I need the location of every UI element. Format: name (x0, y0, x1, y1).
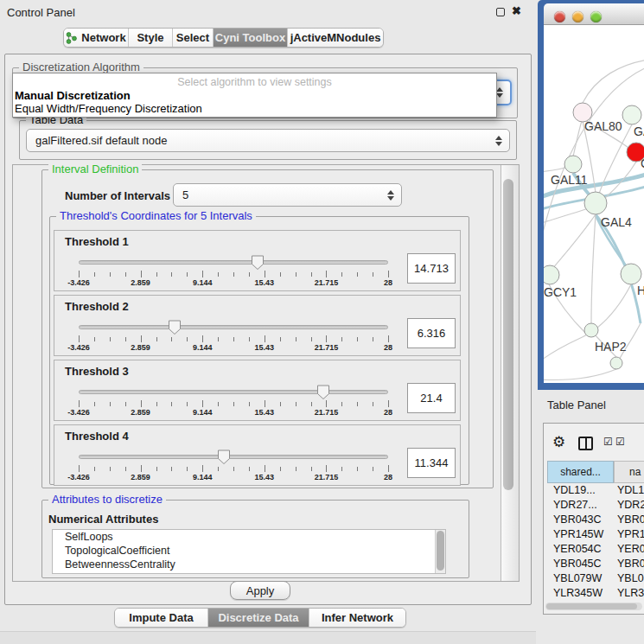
checkbox-icon[interactable]: ☑ (603, 436, 613, 448)
table-row[interactable]: YBR043CYBR0 (547, 513, 644, 528)
minor-tick (296, 272, 296, 277)
table-row[interactable]: YDR27...YDR2 (547, 499, 644, 513)
slider-thumb[interactable] (251, 255, 265, 274)
number-of-intervals-combobox[interactable]: 5 (173, 183, 402, 207)
table-data-combobox[interactable]: galFiltered.sif default node (26, 129, 510, 152)
tab-impute-data[interactable]: Impute Data (115, 609, 208, 627)
slider-track[interactable] (79, 325, 388, 329)
float-window-icon[interactable] (496, 8, 505, 16)
minor-tick (125, 467, 126, 471)
tick-label: 15.43 (245, 278, 284, 287)
column-header-name[interactable]: na (614, 461, 644, 483)
combo-stepper-icon (492, 136, 506, 146)
tick-label: 28 (369, 343, 407, 352)
major-tick (265, 335, 265, 342)
table-row[interactable]: YPR145WYPR1 (547, 528, 644, 543)
tab-jactivemnodules[interactable]: jActiveMNodules (288, 29, 383, 47)
major-tick (326, 271, 327, 277)
minor-tick (311, 467, 312, 471)
tab-discretize-data-label: Discretize Data (218, 611, 298, 624)
network-node[interactable] (584, 323, 598, 337)
network-node[interactable] (584, 192, 607, 214)
major-tick (388, 400, 389, 407)
tick-label: 9.144 (183, 408, 221, 417)
checkbox-icon[interactable]: ☑ (615, 436, 625, 448)
slider-track[interactable] (79, 260, 388, 265)
minor-tick (110, 402, 111, 406)
tick-label: 28 (369, 473, 407, 481)
menu-item-manual-discretization[interactable]: Manual Discretization (15, 89, 131, 102)
list-item[interactable]: TopologicalCoefficient (53, 544, 445, 558)
table-row[interactable]: YBR045CYBR0 (547, 558, 644, 572)
network-node[interactable] (622, 105, 641, 124)
network-edge[interactable] (549, 214, 596, 273)
table-row[interactable]: YLR345WYLR3 (547, 587, 644, 602)
minor-tick (280, 467, 281, 471)
tab-discretize-data[interactable]: Discretize Data (208, 609, 309, 627)
close-traffic-light-icon[interactable] (554, 11, 565, 22)
attributes-scrollbar-thumb[interactable] (437, 531, 444, 571)
minor-tick (249, 337, 250, 341)
column-header-shared-name[interactable]: shared... (547, 461, 614, 483)
tab-style[interactable]: Style (129, 29, 173, 47)
network-edge[interactable] (544, 334, 589, 362)
tick-label: -3.426 (60, 343, 98, 352)
threshold-value-field[interactable]: 6.316 (407, 318, 456, 348)
threshold-label: Threshold 2 (65, 300, 129, 313)
tick-label: 15.43 (245, 408, 284, 417)
tab-cyni-toolbox-label: Cyni Toolbox (215, 31, 285, 44)
network-edge[interactable] (544, 369, 616, 380)
threshold-value-field[interactable]: 11.344 (407, 448, 456, 478)
slider-thumb[interactable] (217, 450, 231, 469)
minor-tick (296, 337, 296, 341)
vertical-scrollbar-thumb[interactable] (503, 179, 513, 490)
tab-cyni-toolbox[interactable]: Cyni Toolbox (214, 29, 288, 47)
tick-label: 2.859 (122, 473, 160, 481)
numerical-attributes-list[interactable]: SelfLoops TopologicalCoefficient Between… (52, 529, 446, 574)
minor-tick (357, 337, 358, 341)
slider-thumb[interactable] (316, 385, 330, 404)
network-edge[interactable] (573, 121, 582, 156)
zoom-traffic-light-icon[interactable] (590, 11, 602, 22)
slider-track[interactable] (79, 390, 388, 394)
tick-label: 15.43 (245, 473, 284, 481)
minimize-traffic-light-icon[interactable] (572, 11, 583, 22)
table-row[interactable]: YER054CYER0 (547, 543, 644, 558)
table-hscrollbar-thumb[interactable] (546, 603, 637, 609)
major-tick (79, 465, 80, 472)
network-node[interactable] (564, 156, 582, 173)
slider-thumb[interactable] (168, 320, 182, 339)
network-edge[interactable] (597, 284, 631, 328)
gear-icon[interactable]: ⚙ (552, 433, 565, 451)
list-item[interactable]: BetweennessCentrality (53, 558, 445, 571)
tab-network[interactable]: Network (64, 29, 129, 47)
network-edge[interactable] (591, 214, 596, 323)
minor-tick (249, 467, 250, 471)
close-icon[interactable]: ✖ (512, 4, 521, 17)
network-window-titlebar[interactable] (544, 3, 644, 25)
cell-name: YDL1 (617, 484, 644, 496)
tab-select[interactable]: Select (173, 29, 214, 47)
tick-label: 9.144 (183, 473, 221, 481)
network-node[interactable] (544, 265, 559, 284)
network-edge[interactable] (583, 60, 644, 103)
slider-track[interactable] (79, 455, 388, 459)
network-node[interactable] (621, 264, 641, 284)
menu-item-equal-width-frequency[interactable]: Equal Width/Frequency Discretization (15, 102, 202, 115)
tick-label: -3.426 (60, 408, 98, 417)
columns-icon[interactable] (578, 437, 593, 450)
cell-shared-name: YBR045C (553, 558, 614, 570)
network-node[interactable] (610, 357, 622, 369)
network-edge[interactable] (544, 208, 589, 224)
network-canvas[interactable]: GAL80GACGAL11GAL4GCY1HHAP2 (544, 25, 644, 383)
threshold-value-field[interactable]: 14.713 (407, 253, 456, 284)
minor-tick (233, 402, 234, 406)
table-row[interactable]: YBL079WYBL0 (547, 572, 644, 587)
threshold-value-field[interactable]: 21.4 (407, 383, 456, 413)
minor-tick (373, 337, 373, 341)
apply-button[interactable]: Apply (230, 581, 290, 600)
tab-infer-network[interactable]: Infer Network (309, 609, 405, 627)
tick-label: 15.43 (245, 343, 284, 352)
table-row[interactable]: YDL19...YDL1 (547, 484, 644, 499)
list-item[interactable]: SelfLoops (53, 530, 445, 544)
